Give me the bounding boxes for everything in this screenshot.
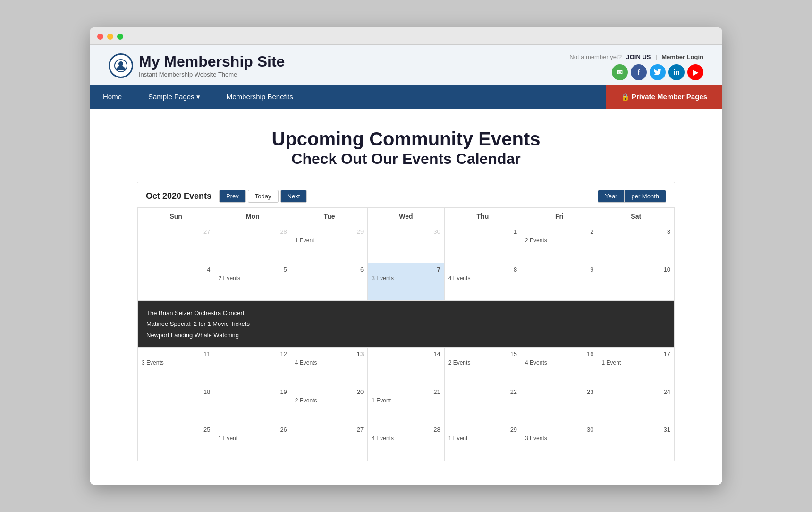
day-header-sun: Sun xyxy=(138,207,214,225)
table-row[interactable]: 22 xyxy=(444,385,521,423)
svg-point-1 xyxy=(118,61,123,66)
table-row[interactable]: 19 xyxy=(214,385,291,423)
close-dot[interactable] xyxy=(97,34,103,40)
prev-button[interactable]: Prev xyxy=(219,190,246,203)
table-row[interactable]: 31 xyxy=(598,423,674,461)
table-row[interactable]: 25 xyxy=(138,423,214,461)
youtube-icon[interactable]: ▶ xyxy=(687,64,703,80)
table-row[interactable]: 1 xyxy=(444,225,521,263)
table-row[interactable]: 6 xyxy=(291,263,367,300)
view-buttons: Year per Month xyxy=(598,190,666,203)
minimize-dot[interactable] xyxy=(107,34,113,40)
main-nav: Home Sample Pages ▾ Membership Benefits … xyxy=(90,85,722,109)
nav-membership-benefits[interactable]: Membership Benefits xyxy=(213,85,306,109)
login-link[interactable]: Member Login xyxy=(661,53,703,60)
nav-home[interactable]: Home xyxy=(90,85,135,109)
table-row[interactable]: 211 Event xyxy=(368,385,444,423)
site-header: My Membership Site Instant Membership We… xyxy=(90,45,722,85)
table-row[interactable]: 22 Events xyxy=(521,225,598,263)
join-text: Not a member yet? JOIN US | Member Login xyxy=(567,53,703,60)
table-row[interactable]: 164 Events xyxy=(521,348,598,385)
table-row[interactable]: 113 Events xyxy=(138,348,214,385)
linkedin-icon[interactable]: in xyxy=(668,64,685,80)
calendar-container: Oct 2020 Events Prev Today Next Year per… xyxy=(137,182,675,461)
site-branding: My Membership Site Instant Membership We… xyxy=(139,53,285,78)
table-row[interactable]: 73 Events xyxy=(368,263,444,300)
maximize-dot[interactable] xyxy=(117,34,123,40)
table-row[interactable]: 52 Events xyxy=(214,263,291,300)
header-right: Not a member yet? JOIN US | Member Login… xyxy=(567,53,703,80)
logo-area: My Membership Site Instant Membership We… xyxy=(109,53,285,78)
nav-sample-pages[interactable]: Sample Pages ▾ xyxy=(135,85,213,109)
day-header-fri: Fri xyxy=(521,207,598,225)
twitter-icon[interactable] xyxy=(650,64,666,80)
event-popup: The Brian Setzer Orchestra ConcertMatine… xyxy=(138,300,675,347)
logo-icon xyxy=(109,53,133,78)
table-row[interactable]: 24 xyxy=(598,385,674,423)
table-row[interactable]: 27 xyxy=(138,225,214,263)
table-row[interactable]: 30 xyxy=(368,225,444,263)
table-row[interactable]: 152 Events xyxy=(444,348,521,385)
table-row[interactable]: 27 xyxy=(291,423,367,461)
table-row[interactable]: 84 Events xyxy=(444,263,521,300)
facebook-icon[interactable]: f xyxy=(631,64,647,80)
browser-window: My Membership Site Instant Membership We… xyxy=(90,27,722,485)
table-row[interactable]: 202 Events xyxy=(291,385,367,423)
table-row[interactable]: 134 Events xyxy=(291,348,367,385)
nav-private-pages[interactable]: 🔒 Private Member Pages xyxy=(606,85,722,109)
page-title-1: Upcoming Community Events xyxy=(109,128,703,150)
join-link[interactable]: JOIN US xyxy=(626,53,651,60)
table-row[interactable]: 291 Event xyxy=(291,225,367,263)
table-row[interactable]: 4 xyxy=(138,263,214,300)
page-title-2: Check Out Our Events Calendar xyxy=(109,150,703,168)
table-row[interactable]: 261 Event xyxy=(214,423,291,461)
table-row[interactable]: 12 xyxy=(214,348,291,385)
calendar-title: Oct 2020 Events xyxy=(146,191,211,201)
month-view-button[interactable]: per Month xyxy=(624,190,666,203)
day-header-mon: Mon xyxy=(214,207,291,225)
email-icon[interactable]: ✉ xyxy=(612,64,628,80)
main-content: Upcoming Community Events Check Out Our … xyxy=(90,109,722,485)
calendar-nav: Prev Today Next xyxy=(219,190,307,203)
table-row[interactable]: 28 xyxy=(214,225,291,263)
browser-chrome xyxy=(90,27,722,45)
today-button[interactable]: Today xyxy=(248,190,279,203)
table-row[interactable]: 303 Events xyxy=(521,423,598,461)
day-header-wed: Wed xyxy=(368,207,444,225)
table-row[interactable]: 291 Event xyxy=(444,423,521,461)
day-header-tue: Tue xyxy=(291,207,367,225)
day-header-sat: Sat xyxy=(598,207,674,225)
table-row[interactable]: 14 xyxy=(368,348,444,385)
next-button[interactable]: Next xyxy=(280,190,307,203)
site-title: My Membership Site xyxy=(139,53,285,70)
social-icons: ✉ f in ▶ xyxy=(567,64,703,80)
day-header-thu: Thu xyxy=(444,207,521,225)
calendar-header: Oct 2020 Events Prev Today Next Year per… xyxy=(137,182,675,207)
table-row[interactable]: 3 xyxy=(598,225,674,263)
calendar-grid: Sun Mon Tue Wed Thu Fri Sat 2728291 Even… xyxy=(137,207,675,461)
table-row[interactable]: 171 Event xyxy=(598,348,674,385)
table-row[interactable]: 10 xyxy=(598,263,674,300)
page-heading: Upcoming Community Events Check Out Our … xyxy=(109,128,703,168)
site-subtitle: Instant Membership Website Theme xyxy=(139,71,285,78)
table-row[interactable]: 23 xyxy=(521,385,598,423)
table-row[interactable]: 284 Events xyxy=(368,423,444,461)
year-view-button[interactable]: Year xyxy=(598,190,624,203)
table-row[interactable]: 18 xyxy=(138,385,214,423)
table-row[interactable]: 9 xyxy=(521,263,598,300)
